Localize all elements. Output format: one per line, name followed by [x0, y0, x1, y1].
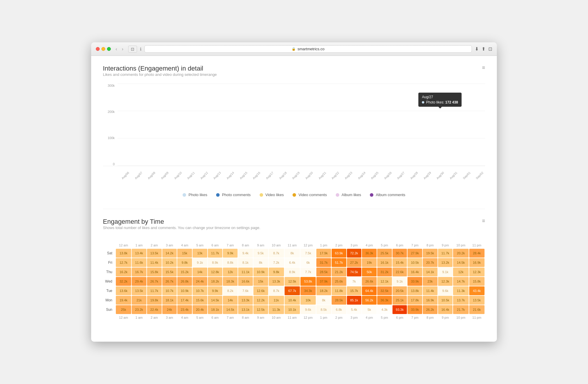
heatmap-cell[interactable]: 7.2k: [269, 258, 284, 267]
heatmap-cell[interactable]: 9.1k: [193, 258, 207, 267]
heatmap-cell[interactable]: 8.7k: [269, 286, 284, 295]
heatmap-cell[interactable]: 13.5k: [132, 286, 146, 295]
heatmap-cell[interactable]: 26.6k: [362, 277, 377, 286]
heatmap-cell[interactable]: 17.9k: [316, 249, 331, 258]
heatmap-cell[interactable]: 14.5k: [208, 296, 223, 305]
heatmap-cell[interactable]: 10.9k: [177, 286, 192, 295]
heatmap-cell[interactable]: 13.3k: [269, 277, 284, 286]
heatmap-cell[interactable]: 72.2k: [347, 249, 362, 258]
heatmap-cell[interactable]: 10.4k: [285, 296, 300, 305]
heatmap-cell[interactable]: 28.4k: [469, 249, 485, 258]
heatmap-cell[interactable]: 11.7k: [208, 249, 223, 258]
heatmap-cell[interactable]: 13.4k: [132, 249, 146, 258]
heatmap-cell[interactable]: 51.7k: [332, 258, 346, 267]
heatmap-cell[interactable]: 64.4k: [362, 286, 377, 295]
heatmap-cell[interactable]: 10.2k: [162, 258, 177, 267]
heatmap-cell[interactable]: 14.1k: [423, 268, 437, 276]
heatmap-cell[interactable]: 8.1k: [238, 258, 253, 267]
heatmap-cell[interactable]: 9.1k: [438, 268, 453, 276]
heatmap-cell[interactable]: 11.7k: [438, 249, 453, 258]
heatmap-cell[interactable]: 18.3k: [223, 277, 238, 286]
heatmap-cell[interactable]: 11.3k: [453, 286, 468, 295]
heatmap-cell[interactable]: 15k: [253, 277, 268, 286]
heatmap-cell[interactable]: 33.9k: [407, 277, 422, 286]
heatmap-cell[interactable]: 10k: [300, 296, 316, 305]
heatmap-cell[interactable]: 15.8k: [147, 268, 162, 276]
heatmap-cell[interactable]: 14k: [193, 268, 207, 276]
heatmap-cell[interactable]: 63.9k: [332, 249, 346, 258]
download-button[interactable]: ⬇: [475, 46, 479, 52]
maximize-button[interactable]: [107, 47, 111, 51]
heatmap-cell[interactable]: 23.2k: [132, 305, 146, 314]
heatmap-cell[interactable]: 36.3k: [362, 249, 377, 258]
heatmap-cell[interactable]: 8k: [253, 258, 268, 267]
heatmap-cell[interactable]: 4.3k: [377, 305, 392, 314]
heatmap-cell[interactable]: 36.3k: [377, 296, 392, 305]
heatmap-cell[interactable]: 18.2k: [208, 277, 223, 286]
heatmap-cell[interactable]: 74.5k: [347, 268, 362, 276]
heatmap-cell[interactable]: 9.4k: [238, 249, 253, 258]
heatmap-cell[interactable]: 21.2k: [332, 268, 346, 276]
heatmap-cell[interactable]: 9.6k: [300, 305, 316, 314]
heatmap-cell[interactable]: 18.2k: [316, 286, 331, 295]
info-button[interactable]: ℹ: [140, 47, 141, 51]
heatmap-cell[interactable]: 26.8k: [177, 277, 192, 286]
heatmap-cell[interactable]: 14.2k: [162, 249, 177, 258]
heatmap-cell[interactable]: 15.7k: [347, 286, 362, 295]
heatmap-cell[interactable]: 13k: [193, 249, 207, 258]
heatmap-cell[interactable]: 18.1k: [162, 296, 177, 305]
heatmap-cell[interactable]: 10.1k: [285, 305, 300, 314]
heatmap-cell[interactable]: 9.9k: [208, 286, 223, 295]
heatmap-cell[interactable]: 19.4k: [116, 296, 131, 305]
heatmap-cell[interactable]: 16.7k: [132, 268, 146, 276]
heatmap-cell[interactable]: 31.2k: [377, 268, 392, 276]
heatmap-cell[interactable]: 13.5k: [147, 249, 162, 258]
heatmap-cell[interactable]: 11.6k: [132, 258, 146, 267]
heatmap-cell[interactable]: 15.6k: [193, 296, 207, 305]
heatmap-cell[interactable]: 23.4k: [177, 305, 192, 314]
heatmap-cell[interactable]: 31.7k: [316, 258, 331, 267]
heatmap-cell[interactable]: 6k: [300, 258, 316, 267]
heatmap-cell[interactable]: 17.4k: [177, 296, 192, 305]
heatmap-cell[interactable]: 11.3k: [269, 305, 284, 314]
heatmap-cell[interactable]: 26.7k: [147, 277, 162, 286]
new-tab-button[interactable]: ⊡: [488, 46, 492, 52]
heatmap-cell[interactable]: 14.5k: [223, 305, 238, 314]
heatmap-cell[interactable]: 13.2k: [438, 258, 453, 267]
share-button[interactable]: ⬆: [482, 46, 485, 52]
heatmap-cell[interactable]: 9.1k: [392, 277, 407, 286]
heatmap-cell[interactable]: 8.7k: [269, 249, 284, 258]
heatmap-cell[interactable]: 6.8k: [332, 305, 346, 314]
heatmap-cell[interactable]: 27.9k: [407, 249, 422, 258]
heatmap-cell[interactable]: 12.6k: [253, 286, 268, 295]
heatmap-cell[interactable]: 13.5k: [469, 296, 485, 305]
heatmap-cell[interactable]: 19k: [362, 258, 377, 267]
heatmap-cell[interactable]: 9.8k: [269, 268, 284, 276]
heatmap-cell[interactable]: 20.7k: [423, 258, 437, 267]
heatmap-cell[interactable]: 32.2k: [116, 277, 131, 286]
heatmap-cell[interactable]: 43.4k: [469, 286, 485, 295]
heatmap-cell[interactable]: 11k: [269, 296, 284, 305]
heatmap-cell[interactable]: 12.3k: [469, 268, 485, 276]
heatmap-cell[interactable]: 19.8k: [147, 296, 162, 305]
heatmap-cell[interactable]: 15.4k: [392, 258, 407, 267]
heatmap-cell[interactable]: 9.5k: [253, 249, 268, 258]
heatmap-cell[interactable]: 13.7k: [453, 296, 468, 305]
heatmap-cell[interactable]: 15k: [177, 249, 192, 258]
heatmap-cell[interactable]: 56.2k: [362, 296, 377, 305]
heatmap-cell[interactable]: 24k: [162, 305, 177, 314]
heatmap-cell[interactable]: 7.5k: [300, 249, 316, 258]
heatmap-cell[interactable]: 13.8k: [116, 249, 131, 258]
heatmap-cell[interactable]: 6.4k: [285, 258, 300, 267]
heatmap-cell[interactable]: 5k: [362, 305, 377, 314]
heatmap-cell[interactable]: 32.5k: [377, 286, 392, 295]
heatmap-cell[interactable]: 8.9k: [285, 268, 300, 276]
minimize-button[interactable]: [101, 47, 105, 51]
heatmap-cell[interactable]: 67.7k: [285, 286, 300, 295]
heatmap-cell[interactable]: 26.7k: [162, 277, 177, 286]
heatmap-cell[interactable]: 22.4k: [147, 305, 162, 314]
heatmap-cell[interactable]: 9.6k: [438, 286, 453, 295]
heatmap-cell[interactable]: 11.7k: [147, 286, 162, 295]
heatmap-cell[interactable]: 33.9k: [407, 305, 422, 314]
heatmap-cell[interactable]: 15.8k: [469, 277, 485, 286]
